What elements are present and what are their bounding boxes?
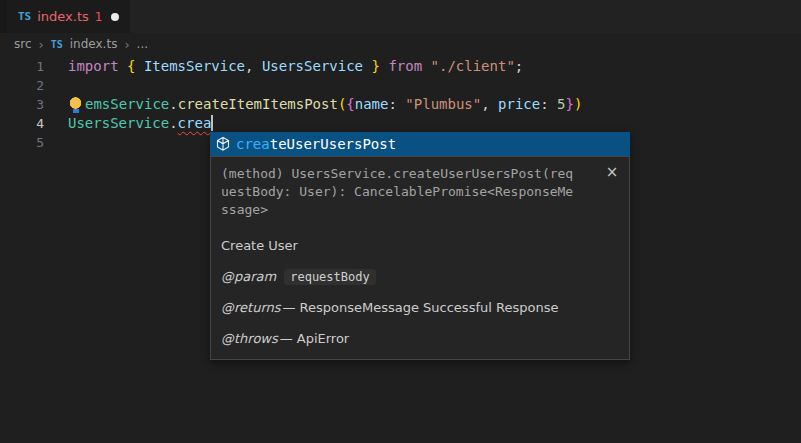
code-token: }: [566, 96, 574, 112]
code-line[interactable]: 4UsersService.crea: [0, 114, 801, 133]
code-token: :: [388, 96, 405, 112]
code-token: }: [372, 58, 380, 74]
doc-description: Create User: [221, 237, 619, 254]
line-number: 3: [0, 95, 44, 114]
vscode-window: { "tab_bar": { "tabs": [ { "file_icon": …: [0, 0, 801, 443]
suggestion-rest-text: teUserUsersPost: [270, 136, 396, 152]
chevron-right-icon: ›: [39, 37, 44, 52]
line-number: 1: [0, 57, 44, 76]
code-token: [422, 58, 430, 74]
code-token: [363, 58, 371, 74]
code-token: UsersService: [262, 58, 363, 74]
code-token: [135, 58, 143, 74]
code-line[interactable]: 3emsService.createItemItemsPost({name: "…: [0, 95, 801, 114]
suggestion-docs-panel: × (method) UsersService.createUserUsersP…: [210, 156, 630, 360]
text-cursor: [211, 115, 213, 131]
tab-bar: TS index.ts 1: [0, 0, 801, 33]
doc-returns-row: @returns—ResponseMessage Successful Resp…: [221, 299, 619, 316]
code-token: 5: [557, 96, 565, 112]
chevron-right-icon: ›: [124, 37, 129, 52]
breadcrumb-item-file[interactable]: index.ts: [70, 37, 118, 51]
code-token: from: [388, 58, 422, 74]
code-token: UsersService: [68, 115, 169, 131]
code-line-content: UsersService.crea: [68, 114, 213, 133]
suggestion-match-text: crea: [236, 136, 270, 152]
returns-text: ResponseMessage Successful Response: [300, 300, 559, 315]
line-number: 4: [0, 114, 44, 133]
code-token: .: [169, 96, 177, 112]
code-line-content: emsService.createItemItemsPost({name: "P…: [68, 95, 582, 114]
code-token: .: [169, 115, 177, 131]
tab-bar-edge: [0, 0, 7, 33]
code-line-content: import { ItemsService, UsersService } fr…: [68, 57, 523, 76]
breadcrumb: src › TS index.ts › ...: [0, 33, 801, 55]
throws-tag: @throws: [221, 331, 278, 346]
method-cube-icon: [215, 136, 231, 152]
tab-error-count-badge: 1: [95, 10, 103, 24]
code-token: {: [346, 96, 354, 112]
returns-tag: @returns: [221, 300, 281, 315]
close-icon[interactable]: ×: [604, 164, 620, 180]
doc-param-row: @paramrequestBody: [221, 268, 619, 285]
code-token: ,: [481, 96, 498, 112]
code-token: name: [355, 96, 389, 112]
typescript-file-icon: TS: [51, 39, 63, 50]
tab-filename: index.ts: [37, 9, 89, 24]
code-token: ): [574, 96, 582, 112]
code-line[interactable]: 1import { ItemsService, UsersService } f…: [0, 57, 801, 76]
tab-index-ts[interactable]: TS index.ts 1: [7, 0, 130, 33]
lightbulb-icon[interactable]: [68, 97, 83, 113]
code-token: import: [68, 58, 119, 74]
code-token: "Plumbus": [405, 96, 481, 112]
code-token: :: [540, 96, 557, 112]
param-name-chip: requestBody: [284, 269, 375, 285]
typescript-file-icon: TS: [18, 10, 31, 23]
code-token: crea: [178, 115, 212, 131]
throws-text: ApiError: [297, 331, 349, 346]
param-tag: @param: [221, 269, 276, 284]
code-token: "./client": [431, 58, 515, 74]
em-dash: —: [283, 300, 296, 315]
line-number: 5: [0, 133, 44, 152]
breadcrumb-item-symbol[interactable]: ...: [137, 37, 148, 51]
code-token: ;: [515, 58, 523, 74]
code-token: emsService: [85, 96, 169, 112]
code-token: price: [498, 96, 540, 112]
suggestion-item-selected[interactable]: createUserUsersPost: [210, 132, 630, 156]
code-line[interactable]: 2: [0, 76, 801, 95]
code-token: ,: [245, 58, 262, 74]
code-token: [119, 58, 127, 74]
code-token: createItemItemsPost: [178, 96, 338, 112]
intellisense-suggest-widget: createUserUsersPost × (method) UsersServ…: [210, 132, 630, 360]
breadcrumb-item-src[interactable]: src: [14, 37, 32, 51]
doc-throws-row: @throws—ApiError: [221, 330, 619, 347]
method-signature: (method) UsersService.createUserUsersPos…: [221, 165, 577, 219]
code-token: ItemsService: [144, 58, 245, 74]
modified-dot-icon[interactable]: [111, 13, 119, 21]
line-number: 2: [0, 76, 44, 95]
em-dash: —: [280, 331, 293, 346]
